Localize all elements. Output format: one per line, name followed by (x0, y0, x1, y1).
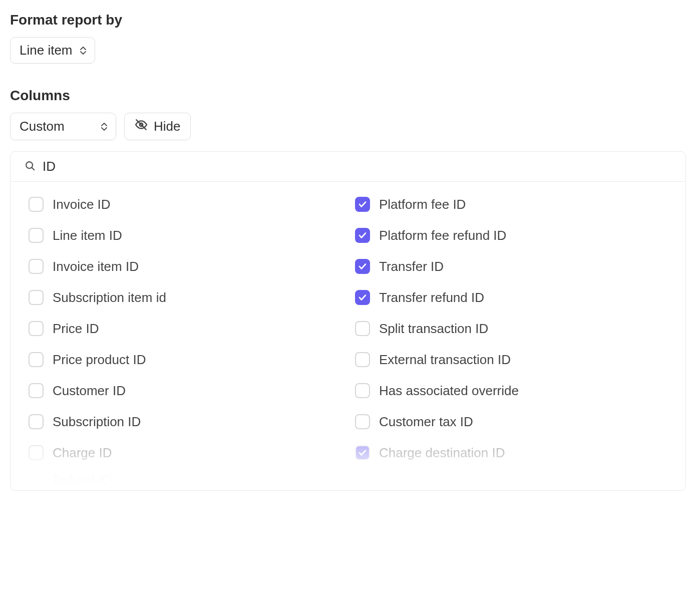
columns-label: Columns (10, 88, 686, 104)
partial-option-label: Refund ID (29, 468, 345, 490)
column-option-label: Invoice item ID (53, 259, 139, 274)
column-option-label: External transaction ID (379, 352, 511, 368)
column-option-row[interactable]: Invoice item ID (29, 251, 345, 282)
column-option-row[interactable]: Transfer ID (355, 251, 671, 282)
chevron-updown-icon (80, 47, 87, 55)
column-option-row[interactable]: Customer ID (29, 375, 345, 406)
hide-button-label: Hide (154, 119, 180, 134)
format-report-selected-value: Line item (20, 43, 73, 58)
checkbox[interactable] (29, 383, 44, 398)
checkbox[interactable] (355, 259, 370, 274)
column-option-label: Charge destination ID (379, 445, 505, 461)
column-option-label: Price ID (53, 321, 99, 337)
column-option-row[interactable]: Charge destination ID (355, 437, 671, 468)
checkbox[interactable] (29, 290, 44, 305)
columns-search-input[interactable] (43, 159, 671, 174)
checkbox[interactable] (29, 445, 44, 460)
column-option-row[interactable]: Charge ID (29, 437, 345, 468)
column-option-label: Transfer ID (379, 259, 444, 274)
column-option-label: Customer ID (53, 383, 126, 399)
column-option-label: Subscription ID (53, 414, 141, 430)
columns-preset-select[interactable]: Custom (10, 113, 116, 140)
checkbox[interactable] (29, 414, 44, 429)
column-option-label: Has associated override (379, 383, 519, 399)
column-option-row[interactable]: Price ID (29, 313, 345, 344)
columns-panel: Invoice IDLine item IDInvoice item IDSub… (10, 151, 686, 491)
checkbox[interactable] (355, 228, 370, 243)
checkbox[interactable] (29, 228, 44, 243)
format-report-select[interactable]: Line item (10, 37, 95, 64)
column-option-row[interactable]: Split transaction ID (355, 313, 671, 344)
column-option-label: Customer tax ID (379, 414, 473, 430)
eye-off-icon (135, 118, 148, 135)
format-report-label: Format report by (10, 12, 686, 28)
column-option-row[interactable]: Invoice ID (29, 189, 345, 220)
columns-search-row (11, 152, 685, 182)
column-option-row[interactable]: Line item ID (29, 220, 345, 251)
column-option-row[interactable]: Subscription item id (29, 282, 345, 313)
checkbox[interactable] (355, 414, 370, 429)
column-option-row[interactable]: Subscription ID (29, 406, 345, 437)
columns-preset-value: Custom (20, 119, 65, 134)
hide-button[interactable]: Hide (124, 113, 191, 140)
checkbox[interactable] (29, 321, 44, 336)
column-option-row[interactable]: Customer tax ID (355, 406, 671, 437)
column-option-label: Charge ID (53, 445, 112, 461)
column-option-row[interactable]: External transaction ID (355, 344, 671, 375)
checkbox[interactable] (355, 445, 370, 460)
search-icon (25, 160, 36, 173)
checkbox[interactable] (29, 197, 44, 212)
checkbox[interactable] (355, 290, 370, 305)
column-option-row[interactable]: Platform fee ID (355, 189, 671, 220)
checkbox[interactable] (355, 197, 370, 212)
checkbox[interactable] (29, 352, 44, 367)
checkbox[interactable] (355, 352, 370, 367)
column-option-label: Split transaction ID (379, 321, 488, 337)
column-option-label: Price product ID (53, 352, 146, 368)
column-option-label: Platform fee refund ID (379, 228, 506, 243)
column-option-row[interactable]: Platform fee refund ID (355, 220, 671, 251)
column-option-label: Line item ID (53, 228, 122, 243)
column-option-row[interactable]: Price product ID (29, 344, 345, 375)
column-option-row[interactable]: Has associated override (355, 375, 671, 406)
column-option-label: Invoice ID (53, 197, 111, 212)
checkbox[interactable] (29, 259, 44, 274)
column-option-row[interactable]: Transfer refund ID (355, 282, 671, 313)
checkbox[interactable] (355, 321, 370, 336)
svg-line-3 (32, 167, 35, 170)
column-option-label: Transfer refund ID (379, 290, 484, 305)
chevron-updown-icon (101, 123, 108, 131)
checkbox[interactable] (355, 383, 370, 398)
column-option-label: Platform fee ID (379, 197, 466, 212)
columns-options-grid: Invoice IDLine item IDInvoice item IDSub… (11, 182, 685, 490)
column-option-label: Subscription item id (53, 290, 166, 305)
